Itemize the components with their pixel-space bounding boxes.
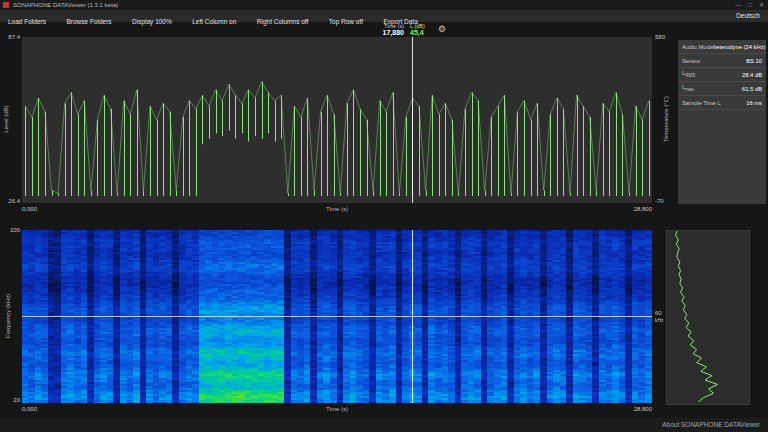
measurement-info-panel: Audio Mode heterodyne (24 kHz) Sensor BS… (678, 40, 766, 204)
frequency-marker-line[interactable] (22, 316, 652, 317)
level-y-min-tick: 26.4 (2, 198, 20, 204)
level-x-min-tick: 0,000 (22, 206, 37, 212)
info-label: Audio Mode (682, 44, 713, 50)
info-value: BS 10 (746, 58, 762, 64)
spec-y-max-tick: 100 (2, 227, 20, 233)
info-label: Sample Time L (682, 100, 721, 106)
frequency-marker-unit: kHz (655, 317, 664, 323)
app-window: SONAPHONE DATAViewer (1.3.1 beta) — □ ✕ … (0, 0, 768, 432)
window-title: SONAPHONE DATAViewer (1.3.1 beta) (13, 0, 118, 10)
menu-load-folders[interactable]: Load Folders (0, 16, 54, 28)
cursor-level-readout: L (dB) 45,4 (410, 23, 436, 36)
info-value: 16 ms (746, 100, 762, 106)
app-icon (3, 2, 9, 8)
menu-browse-folders[interactable]: Browse Folders (58, 16, 119, 28)
info-row-lrms: LRMS 28.4 dB (678, 68, 766, 82)
info-value: 28.4 dB (742, 72, 762, 78)
info-label: Lmax (682, 84, 694, 92)
info-row-sample-time: Sample Time L 16 ms (678, 96, 766, 110)
settings-gear-icon[interactable]: ⚙ (438, 24, 446, 34)
info-row-sensor: Sensor BS 10 (678, 54, 766, 68)
cursor-time-readout: Time (s) 17,880 (354, 23, 404, 36)
level-chart-canvas[interactable] (22, 37, 652, 203)
info-row-lmax: Lmax 61.5 dB (678, 82, 766, 96)
level-y-axis-title: Level (dB) (3, 89, 9, 149)
temp-y-min-tick: -70 (655, 198, 664, 204)
spec-x-min-tick: 0,000 (22, 406, 37, 412)
spec-y-min-tick: 20 (2, 397, 20, 403)
level-x-axis-title: Time (s) (287, 206, 387, 212)
menu-display-zoom[interactable]: Display 100% (124, 16, 180, 28)
frequency-marker-value: 60 (655, 310, 662, 316)
info-value: 61.5 dB (742, 86, 762, 92)
spectrum-canvas[interactable] (667, 231, 747, 402)
temp-y-max-tick: 580 (655, 34, 665, 40)
title-bar: SONAPHONE DATAViewer (1.3.1 beta) — □ ✕ (0, 0, 768, 10)
window-controls: — □ ✕ (735, 0, 764, 10)
menu-bar: Load Folders Browse Folders Display 100%… (0, 10, 768, 22)
spec-x-axis-title: Time (s) (287, 406, 387, 412)
info-row-audio-mode: Audio Mode heterodyne (24 kHz) (678, 40, 766, 54)
info-label: LRMS (682, 70, 695, 78)
cursor-level-value: 45,4 (410, 29, 436, 36)
level-chart-plot (22, 37, 652, 203)
menu-left-column-toggle[interactable]: Left Column on (184, 16, 244, 28)
minimize-button[interactable]: — (735, 0, 741, 10)
time-cursor-spectrogram[interactable] (412, 230, 413, 403)
info-label: Sensor (682, 58, 700, 64)
level-y-max-tick: 87.4 (2, 34, 20, 40)
spectrum-side-panel (666, 230, 750, 405)
cursor-time-value: 17,880 (354, 29, 404, 36)
time-cursor-level-chart[interactable] (412, 37, 413, 203)
about-link[interactable]: About SONAPHONE DATAViewer (662, 418, 760, 432)
menu-language-deutsch[interactable]: Deutsch (736, 10, 760, 22)
info-value: heterodyne (24 kHz) (713, 44, 766, 50)
level-x-max-tick: 28,800 (602, 206, 652, 212)
maximize-button[interactable]: □ (748, 0, 752, 10)
status-bar: About SONAPHONE DATAViewer (0, 418, 768, 432)
spec-x-max-tick: 28,800 (602, 406, 652, 412)
menu-right-columns-toggle[interactable]: Right Columns off (249, 16, 317, 28)
temperature-axis-title: Temperature (°C) (663, 79, 669, 159)
close-button[interactable]: ✕ (759, 0, 764, 10)
spec-y-axis-title: Frequency (kHz) (5, 276, 11, 356)
